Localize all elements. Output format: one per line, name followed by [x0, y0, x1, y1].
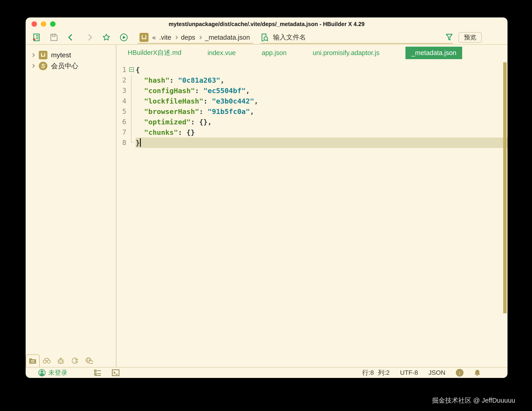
code-segment: "ec5504bf": [203, 87, 246, 95]
toolbar: « .vitedeps_metadata.json 输入文件名 预览: [26, 31, 507, 45]
code-segment: {: [136, 66, 140, 74]
fold-gutter[interactable]: [128, 117, 136, 127]
forward-icon: [86, 34, 92, 41]
sidebar-tab-cloud[interactable]: [82, 354, 96, 367]
sidebar-tool-tabs: [26, 354, 116, 367]
back-button[interactable]: [67, 33, 76, 41]
code-line-7[interactable]: 7 "chunks": {}: [116, 127, 507, 137]
code-segment: ,: [254, 97, 258, 105]
code-line-4[interactable]: 4 "lockfileHash": "e3b0c442",: [116, 96, 507, 106]
status-bar: 未登录 行:8 列:: [26, 367, 507, 378]
tab-uni.promisify.adaptor.js[interactable]: uni.promisify.adaptor.js: [313, 49, 379, 57]
chevron-right-icon[interactable]: [31, 64, 35, 68]
encoding-indicator[interactable]: UTF-8: [400, 369, 418, 376]
breadcrumb-item[interactable]: .vite: [159, 34, 171, 41]
code-segment: "hash": [144, 76, 169, 84]
tab-app.json[interactable]: app.json: [262, 49, 287, 57]
minimize-window-button[interactable]: [41, 21, 46, 27]
vertical-scrollbar[interactable]: [503, 62, 507, 313]
breadcrumb[interactable]: « .vitedeps_metadata.json: [140, 31, 253, 44]
outline-list-icon[interactable]: [94, 370, 101, 376]
star-icon: [102, 33, 110, 42]
filetype-indicator[interactable]: JSON: [428, 369, 445, 376]
user-avatar-icon: [38, 369, 46, 376]
sidebar-tab-sync[interactable]: [68, 354, 82, 367]
code-segment: }: [136, 139, 140, 147]
sidebar-item-会员中心[interactable]: S会员中心: [26, 61, 116, 71]
tab-index.vue[interactable]: index.vue: [208, 49, 236, 57]
code-segment: ,: [220, 76, 225, 84]
status-middle: [94, 369, 120, 376]
breadcrumb-item[interactable]: deps: [181, 34, 195, 41]
indent-guide: [131, 117, 132, 127]
fold-gutter[interactable]: [128, 127, 136, 137]
zoom-window-button[interactable]: [50, 21, 56, 27]
line-number: 3: [116, 85, 128, 96]
code-segment: "lockfileHash": [144, 97, 203, 105]
fold-gutter[interactable]: [128, 137, 136, 148]
code-line-2[interactable]: 2 "hash": "0c81a263",: [116, 75, 507, 85]
code-segment: :: [169, 76, 178, 84]
breadcrumb-item[interactable]: _metadata.json: [205, 34, 250, 41]
indent-guide: [131, 96, 132, 106]
fold-gutter[interactable]: [128, 85, 136, 96]
code-line-5[interactable]: 5 "browserHash": "91b5fc0a",: [116, 106, 507, 117]
project-tree: mytestS会员中心: [26, 45, 116, 354]
code-text: {: [136, 64, 507, 75]
line-number: 6: [116, 117, 128, 127]
indent-guide: [131, 106, 132, 117]
tab-bar: HBuilderX自述.mdindex.vueapp.jsonuni.promi…: [116, 45, 507, 61]
fold-gutter[interactable]: [128, 64, 136, 75]
code-segment: ,: [250, 107, 254, 116]
window-title: mytest/unpackage/dist/cache/.vite/deps/_…: [169, 21, 364, 27]
code-editor[interactable]: 1{2 "hash": "0c81a263",3 "configHash": "…: [116, 61, 507, 367]
download-update-icon[interactable]: ↓: [456, 369, 464, 376]
breadcrumb-collapse[interactable]: «: [152, 34, 156, 41]
tree-item-label: 会员中心: [51, 61, 78, 71]
code-line-6[interactable]: 6 "optimized": {},: [116, 117, 507, 127]
code-text: "optimized": {},: [136, 117, 507, 127]
fold-gutter[interactable]: [128, 106, 136, 117]
code-text: "hash": "0c81a263",: [136, 75, 507, 85]
preview-button[interactable]: 预览: [458, 32, 482, 43]
line-number: 2: [116, 75, 128, 85]
cursor-position[interactable]: 行:8 列:2: [362, 368, 390, 377]
u-glyph: [41, 53, 45, 57]
fold-gutter[interactable]: [128, 96, 136, 106]
line-number: 8: [116, 137, 128, 148]
fold-collapse-icon[interactable]: [129, 67, 134, 72]
watermark: 掘金技术社区 @ JeffDuuuuu: [432, 396, 515, 405]
sidebar-tab-debug[interactable]: [54, 354, 68, 367]
close-window-button[interactable]: [31, 21, 37, 27]
filter-icon[interactable]: [446, 34, 453, 41]
notification-bell-icon[interactable]: [474, 369, 481, 376]
bookmark-button[interactable]: [102, 33, 110, 41]
chevron-right-icon[interactable]: [31, 53, 35, 57]
tab-HBuilderX自述.md[interactable]: HBuilderX自述.md: [128, 48, 181, 57]
fold-gutter[interactable]: [128, 75, 136, 85]
tab-_metadata.json[interactable]: _metadata.json: [406, 47, 462, 59]
code-line-3[interactable]: 3 "configHash": "ec5504bf",: [116, 85, 507, 96]
indent-guide: [131, 85, 132, 96]
run-button[interactable]: [120, 33, 128, 41]
new-file-button[interactable]: [32, 33, 41, 41]
code-line-8[interactable]: 8}: [116, 137, 507, 148]
code-segment: "browserHash": [144, 107, 199, 116]
sidebar-item-mytest[interactable]: mytest: [26, 50, 116, 61]
save-button[interactable]: [50, 33, 58, 41]
editor-pane: HBuilderX自述.mdindex.vueapp.jsonuni.promi…: [116, 45, 507, 367]
new-file-icon: [32, 33, 41, 41]
code-text: "configHash": "ec5504bf",: [136, 85, 507, 96]
forward-button[interactable]: [85, 33, 93, 41]
sync-arrow-icon: [71, 357, 79, 364]
status-left: 未登录: [26, 368, 67, 377]
code-segment: [136, 118, 144, 126]
code-line-1[interactable]: 1{: [116, 64, 507, 75]
login-status[interactable]: 未登录: [38, 368, 67, 377]
sidebar-tab-search[interactable]: [40, 354, 54, 367]
code-text: "chunks": {}: [136, 127, 507, 137]
save-icon: [50, 34, 58, 41]
file-search-box[interactable]: 输入文件名: [260, 31, 453, 44]
terminal-icon[interactable]: [112, 369, 120, 376]
sidebar-tab-project-explorer[interactable]: [26, 354, 40, 367]
